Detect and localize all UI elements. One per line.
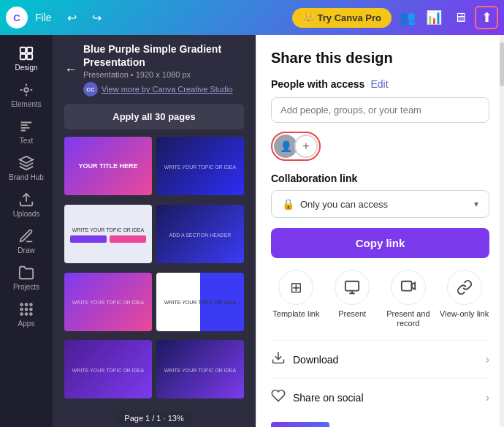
- main-content: Design Elements Text Brand Hub Uploads D…: [0, 35, 504, 427]
- slide-4-text: ADD A SECTION HEADER: [162, 233, 238, 238]
- lock-icon: 🔒: [282, 198, 294, 210]
- add-people-input[interactable]: [271, 97, 489, 123]
- share-social-row-left: Share on social: [271, 388, 364, 407]
- canvas-header: ← Blue Purple Simple Gradient Presentati…: [53, 35, 256, 104]
- share-option-present-record[interactable]: Present and record: [383, 270, 434, 328]
- sidebar-label-projects: Projects: [13, 283, 39, 291]
- slide-thumb-1[interactable]: YOUR TITLE HERE: [64, 137, 152, 195]
- svg-rect-2: [20, 54, 26, 59]
- download-row-left: Download: [271, 350, 338, 369]
- svg-rect-16: [402, 281, 412, 291]
- sidebar-item-draw[interactable]: Draw: [3, 224, 50, 259]
- svg-rect-3: [27, 54, 32, 59]
- svg-point-8: [30, 303, 32, 306]
- scroll-thumb[interactable]: [500, 42, 504, 86]
- canva-logo: C: [6, 7, 28, 29]
- share-option-present[interactable]: Present: [327, 270, 378, 328]
- svg-rect-15: [345, 281, 359, 291]
- share-panel: Share this design People with access Edi…: [256, 35, 504, 427]
- collab-dropdown[interactable]: 🔒 Only you can access ▾: [271, 190, 489, 218]
- share-social-row[interactable]: Share on social ›: [271, 378, 489, 416]
- present-record-icon: [391, 270, 426, 305]
- svg-point-10: [26, 309, 28, 311]
- apply-all-button[interactable]: Apply all 30 pages: [64, 104, 244, 129]
- slide-7-text: WRITE YOUR TOPIC OR IDEA: [70, 368, 146, 373]
- copy-link-button[interactable]: Copy link: [271, 228, 489, 258]
- people-access-row: People with access Edit: [271, 78, 489, 90]
- share-option-present-record-label: Present and record: [383, 309, 434, 328]
- sidebar-item-projects[interactable]: Projects: [3, 260, 50, 295]
- share-options-grid: ⊞ Template link Present Present and reco…: [271, 270, 489, 328]
- slide-thumb-3[interactable]: WRITE YOUR TOPIC OR IDEA: [64, 205, 152, 263]
- page-indicator: Page 1 / 1 · 13%: [115, 411, 192, 426]
- sidebar-label-apps: Apps: [18, 320, 35, 328]
- sidebar-item-text[interactable]: Text: [3, 114, 50, 149]
- svg-point-9: [20, 309, 23, 311]
- share-icon[interactable]: ⬆: [475, 6, 498, 29]
- svg-rect-0: [20, 48, 26, 53]
- slide-thumb-4[interactable]: ADD A SECTION HEADER: [156, 205, 244, 263]
- share-social-icon: [271, 388, 286, 407]
- share-title: Share this design: [271, 50, 489, 67]
- slide-6-text: WRITE YOUR TOPIC OR IDEA: [162, 300, 238, 305]
- sidebar-item-design[interactable]: Design: [3, 41, 50, 76]
- svg-point-13: [26, 313, 28, 315]
- slide-1-title: YOUR TITLE HERE: [70, 162, 146, 170]
- try-canva-button[interactable]: 👑 Try Canva Pro: [292, 8, 392, 28]
- slide-thumb-7[interactable]: WRITE YOUR TOPIC OR IDEA: [64, 340, 152, 398]
- back-button[interactable]: ←: [64, 62, 77, 78]
- sidebar-item-brandhub[interactable]: Brand Hub: [3, 151, 50, 186]
- collab-label: Collaboration link: [271, 173, 489, 184]
- sidebar-label-text: Text: [20, 137, 33, 145]
- sidebar-label-elements: Elements: [11, 100, 42, 108]
- present-icon: [335, 270, 370, 305]
- present-icon[interactable]: 🖥: [448, 6, 472, 29]
- add-person-button[interactable]: +: [294, 135, 318, 158]
- slide-3-text: WRITE YOUR TOPIC OR IDEA: [70, 227, 146, 233]
- slide-2-text: WRITE YOUR TOPIC OR IDEA: [162, 165, 238, 170]
- slide-thumb-2[interactable]: WRITE YOUR TOPIC OR IDEA: [156, 137, 244, 195]
- sidebar-item-apps[interactable]: Apps: [3, 297, 50, 332]
- svg-point-11: [30, 309, 32, 311]
- file-menu[interactable]: File: [35, 12, 52, 23]
- svg-rect-1: [27, 48, 32, 53]
- view-only-link-icon: [447, 270, 482, 305]
- slide-thumb-5[interactable]: WRITE YOUR TOPIC OR IDEA: [64, 273, 152, 331]
- canvas-area: ← Blue Purple Simple Gradient Presentati…: [53, 35, 256, 427]
- redo-button[interactable]: ↪: [87, 7, 107, 28]
- slide-thumb-8[interactable]: WRITE YOUR TOPIC OR IDEA: [156, 340, 244, 398]
- slide-thumb-6[interactable]: WRITE YOUR TOPIC OR IDEA: [156, 273, 244, 331]
- author-avatar: CC: [83, 82, 98, 97]
- scroll-track: [500, 35, 504, 427]
- slide-8-text: WRITE YOUR TOPIC OR IDEA: [162, 368, 238, 373]
- presentation-author: CC View more by Canva Creative Studio: [83, 82, 244, 97]
- slide-5-text: WRITE YOUR TOPIC OR IDEA: [70, 300, 146, 305]
- svg-point-12: [20, 313, 23, 315]
- download-icon: [271, 350, 286, 369]
- share-social-label: Share on social: [293, 392, 364, 404]
- topbar: C File ↩ ↪ 👑 Try Canva Pro 👥 📊 🖥 ⬆: [0, 0, 504, 35]
- download-row[interactable]: Download ›: [271, 340, 489, 378]
- edit-access-link[interactable]: Edit: [370, 78, 388, 90]
- sidebar: Design Elements Text Brand Hub Uploads D…: [0, 35, 53, 427]
- undo-button[interactable]: ↩: [62, 7, 83, 28]
- share-option-template-label: Template link: [272, 309, 319, 319]
- collab-access-text: Only you can access: [300, 199, 388, 210]
- slides-grid: YOUR TITLE HERE WRITE YOUR TOPIC OR IDEA…: [53, 137, 256, 409]
- people-icon[interactable]: 👥: [396, 6, 419, 29]
- download-label: Download: [293, 354, 338, 366]
- crown-icon: 👑: [302, 12, 314, 23]
- author-link[interactable]: View more by Canva Creative Studio: [102, 85, 233, 94]
- presentation-title: Blue Purple Simple Gradient Presentation: [83, 42, 244, 69]
- presentation-info: Blue Purple Simple Gradient Presentation…: [83, 42, 244, 97]
- analytics-icon[interactable]: 📊: [422, 6, 446, 29]
- share-option-view-only[interactable]: View-only link: [439, 270, 489, 328]
- people-access-label: People with access: [271, 78, 364, 90]
- share-option-present-label: Present: [338, 309, 366, 319]
- share-option-template[interactable]: ⊞ Template link: [271, 270, 321, 328]
- sidebar-item-uploads[interactable]: Uploads: [3, 187, 50, 222]
- sidebar-label-draw: Draw: [18, 246, 34, 254]
- svg-point-14: [30, 313, 32, 315]
- sidebar-item-elements[interactable]: Elements: [3, 78, 50, 113]
- topbar-actions: ↩ ↪: [62, 7, 107, 28]
